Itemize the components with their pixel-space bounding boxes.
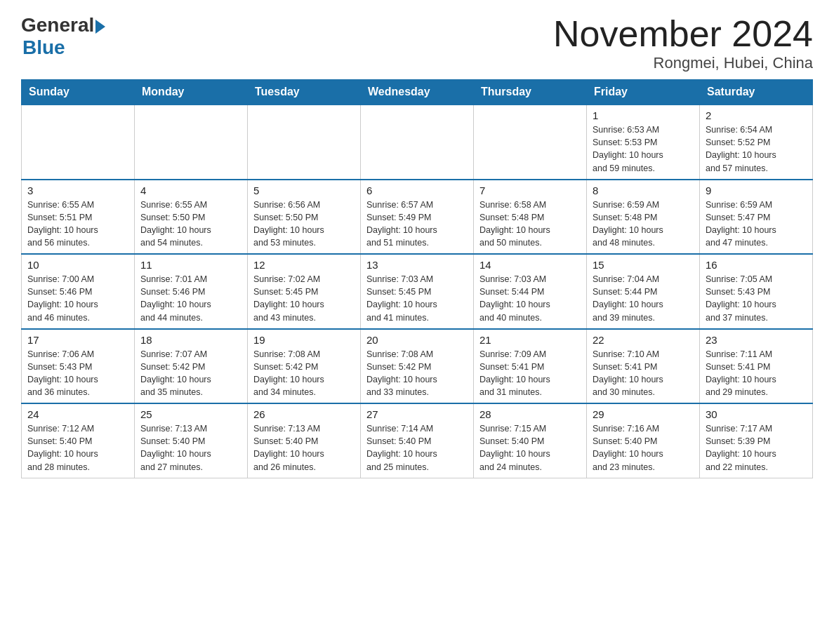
logo: General Blue (21, 14, 105, 59)
day-info: Sunrise: 7:11 AM Sunset: 5:41 PM Dayligh… (706, 348, 807, 399)
day-number: 8 (593, 185, 694, 196)
day-info: Sunrise: 7:17 AM Sunset: 5:39 PM Dayligh… (706, 422, 807, 474)
day-number: 17 (27, 334, 128, 346)
calendar-cell: 30Sunrise: 7:17 AM Sunset: 5:39 PM Dayli… (700, 403, 813, 478)
day-info: Sunrise: 7:00 AM Sunset: 5:46 PM Dayligh… (27, 273, 128, 324)
calendar-cell: 29Sunrise: 7:16 AM Sunset: 5:40 PM Dayli… (587, 403, 700, 478)
calendar-cell: 26Sunrise: 7:13 AM Sunset: 5:40 PM Dayli… (248, 403, 361, 478)
calendar-header-sunday: Sunday (22, 80, 135, 105)
calendar-cell: 4Sunrise: 6:55 AM Sunset: 5:50 PM Daylig… (135, 180, 248, 255)
calendar-cell: 24Sunrise: 7:12 AM Sunset: 5:40 PM Dayli… (22, 403, 135, 478)
calendar-header-tuesday: Tuesday (248, 80, 361, 105)
calendar-table: SundayMondayTuesdayWednesdayThursdayFrid… (21, 79, 813, 478)
calendar-cell: 9Sunrise: 6:59 AM Sunset: 5:47 PM Daylig… (700, 180, 813, 255)
calendar-header-monday: Monday (135, 80, 248, 105)
day-info: Sunrise: 7:02 AM Sunset: 5:45 PM Dayligh… (253, 273, 355, 324)
calendar-cell: 27Sunrise: 7:14 AM Sunset: 5:40 PM Dayli… (361, 403, 474, 478)
calendar-cell: 14Sunrise: 7:03 AM Sunset: 5:44 PM Dayli… (474, 254, 587, 329)
calendar-cell: 25Sunrise: 7:13 AM Sunset: 5:40 PM Dayli… (135, 403, 248, 478)
day-number: 9 (706, 185, 807, 196)
calendar-week-row-3: 10Sunrise: 7:00 AM Sunset: 5:46 PM Dayli… (22, 254, 813, 329)
day-info: Sunrise: 6:53 AM Sunset: 5:53 PM Dayligh… (593, 123, 694, 175)
day-info: Sunrise: 7:06 AM Sunset: 5:43 PM Dayligh… (27, 348, 128, 399)
calendar-header-friday: Friday (587, 80, 700, 105)
calendar-cell: 22Sunrise: 7:10 AM Sunset: 5:41 PM Dayli… (587, 329, 700, 404)
day-number: 3 (27, 185, 128, 196)
day-info: Sunrise: 6:56 AM Sunset: 5:50 PM Dayligh… (253, 199, 355, 250)
calendar-cell: 28Sunrise: 7:15 AM Sunset: 5:40 PM Dayli… (474, 403, 587, 478)
calendar-cell: 19Sunrise: 7:08 AM Sunset: 5:42 PM Dayli… (248, 329, 361, 404)
day-info: Sunrise: 7:04 AM Sunset: 5:44 PM Dayligh… (593, 273, 694, 324)
day-number: 5 (253, 185, 355, 196)
day-number: 26 (253, 408, 355, 420)
logo-blue-text: Blue (22, 36, 65, 59)
calendar-header-saturday: Saturday (700, 80, 813, 105)
day-info: Sunrise: 7:01 AM Sunset: 5:46 PM Dayligh… (140, 273, 241, 324)
calendar-cell (361, 105, 474, 180)
location: Rongmei, Hubei, China (553, 54, 813, 72)
day-number: 24 (27, 408, 128, 420)
day-number: 18 (140, 334, 241, 346)
day-info: Sunrise: 6:59 AM Sunset: 5:47 PM Dayligh… (706, 199, 807, 250)
calendar-cell: 16Sunrise: 7:05 AM Sunset: 5:43 PM Dayli… (700, 254, 813, 329)
calendar-cell: 1Sunrise: 6:53 AM Sunset: 5:53 PM Daylig… (587, 105, 700, 180)
day-number: 29 (593, 408, 694, 420)
day-info: Sunrise: 7:13 AM Sunset: 5:40 PM Dayligh… (140, 422, 241, 474)
calendar-cell: 8Sunrise: 6:59 AM Sunset: 5:48 PM Daylig… (587, 180, 700, 255)
day-number: 12 (253, 259, 355, 271)
day-number: 27 (366, 408, 468, 420)
day-number: 19 (253, 334, 355, 346)
day-number: 1 (593, 109, 694, 121)
day-number: 16 (706, 259, 807, 271)
calendar-cell: 13Sunrise: 7:03 AM Sunset: 5:45 PM Dayli… (361, 254, 474, 329)
calendar-cell: 17Sunrise: 7:06 AM Sunset: 5:43 PM Dayli… (22, 329, 135, 404)
day-number: 4 (140, 185, 241, 196)
day-info: Sunrise: 6:58 AM Sunset: 5:48 PM Dayligh… (479, 199, 581, 250)
calendar-header-row: SundayMondayTuesdayWednesdayThursdayFrid… (22, 80, 813, 105)
day-number: 11 (140, 259, 241, 271)
calendar-cell: 15Sunrise: 7:04 AM Sunset: 5:44 PM Dayli… (587, 254, 700, 329)
day-number: 23 (706, 334, 807, 346)
calendar-cell: 12Sunrise: 7:02 AM Sunset: 5:45 PM Dayli… (248, 254, 361, 329)
day-number: 20 (366, 334, 468, 346)
day-info: Sunrise: 7:12 AM Sunset: 5:40 PM Dayligh… (27, 422, 128, 474)
calendar-week-row-2: 3Sunrise: 6:55 AM Sunset: 5:51 PM Daylig… (22, 180, 813, 255)
month-title: November 2024 (553, 14, 813, 54)
calendar-week-row-5: 24Sunrise: 7:12 AM Sunset: 5:40 PM Dayli… (22, 403, 813, 478)
day-info: Sunrise: 7:10 AM Sunset: 5:41 PM Dayligh… (593, 348, 694, 399)
day-info: Sunrise: 7:14 AM Sunset: 5:40 PM Dayligh… (366, 422, 468, 474)
calendar-cell: 10Sunrise: 7:00 AM Sunset: 5:46 PM Dayli… (22, 254, 135, 329)
calendar-cell: 5Sunrise: 6:56 AM Sunset: 5:50 PM Daylig… (248, 180, 361, 255)
day-info: Sunrise: 7:16 AM Sunset: 5:40 PM Dayligh… (593, 422, 694, 474)
calendar-cell: 23Sunrise: 7:11 AM Sunset: 5:41 PM Dayli… (700, 329, 813, 404)
calendar-header-wednesday: Wednesday (361, 80, 474, 105)
calendar-cell: 20Sunrise: 7:08 AM Sunset: 5:42 PM Dayli… (361, 329, 474, 404)
day-number: 7 (479, 185, 581, 196)
page-header: General Blue November 2024 Rongmei, Hube… (21, 14, 813, 72)
day-info: Sunrise: 7:08 AM Sunset: 5:42 PM Dayligh… (366, 348, 468, 399)
calendar-cell: 21Sunrise: 7:09 AM Sunset: 5:41 PM Dayli… (474, 329, 587, 404)
day-number: 15 (593, 259, 694, 271)
title-block: November 2024 Rongmei, Hubei, China (553, 14, 813, 72)
day-number: 6 (366, 185, 468, 196)
day-info: Sunrise: 7:13 AM Sunset: 5:40 PM Dayligh… (253, 422, 355, 474)
calendar-header-thursday: Thursday (474, 80, 587, 105)
day-number: 10 (27, 259, 128, 271)
calendar-cell (135, 105, 248, 180)
day-number: 13 (366, 259, 468, 271)
calendar-cell: 7Sunrise: 6:58 AM Sunset: 5:48 PM Daylig… (474, 180, 587, 255)
day-number: 21 (479, 334, 581, 346)
day-info: Sunrise: 6:54 AM Sunset: 5:52 PM Dayligh… (706, 123, 807, 175)
logo-general-text: General (21, 14, 94, 36)
day-info: Sunrise: 7:05 AM Sunset: 5:43 PM Dayligh… (706, 273, 807, 324)
day-number: 22 (593, 334, 694, 346)
calendar-cell: 11Sunrise: 7:01 AM Sunset: 5:46 PM Dayli… (135, 254, 248, 329)
calendar-cell: 18Sunrise: 7:07 AM Sunset: 5:42 PM Dayli… (135, 329, 248, 404)
day-info: Sunrise: 7:03 AM Sunset: 5:44 PM Dayligh… (479, 273, 581, 324)
day-info: Sunrise: 7:09 AM Sunset: 5:41 PM Dayligh… (479, 348, 581, 399)
day-info: Sunrise: 6:57 AM Sunset: 5:49 PM Dayligh… (366, 199, 468, 250)
calendar-cell: 6Sunrise: 6:57 AM Sunset: 5:49 PM Daylig… (361, 180, 474, 255)
calendar-cell: 2Sunrise: 6:54 AM Sunset: 5:52 PM Daylig… (700, 105, 813, 180)
calendar-week-row-1: 1Sunrise: 6:53 AM Sunset: 5:53 PM Daylig… (22, 105, 813, 180)
day-info: Sunrise: 6:59 AM Sunset: 5:48 PM Dayligh… (593, 199, 694, 250)
